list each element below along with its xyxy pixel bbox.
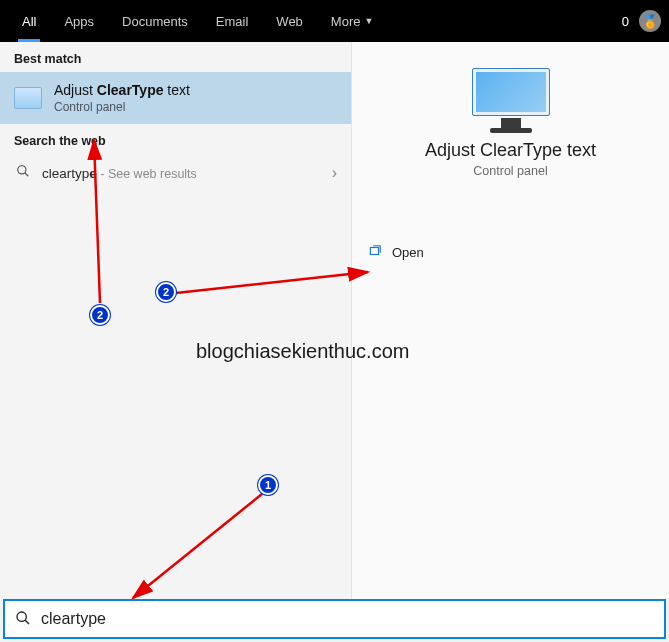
- annotation-badge-1: 1: [258, 475, 278, 495]
- tab-documents[interactable]: Documents: [108, 0, 202, 42]
- best-match-item[interactable]: Adjust ClearType text Control panel: [0, 72, 351, 124]
- best-match-title: Adjust ClearType text: [54, 82, 190, 98]
- open-label: Open: [392, 245, 424, 260]
- monitor-large-icon: [472, 68, 550, 126]
- open-action[interactable]: Open: [352, 238, 669, 267]
- svg-point-0: [18, 166, 26, 174]
- search-tabs-bar: All Apps Documents Email Web More ▼ 0 🏅: [0, 0, 669, 42]
- tab-all[interactable]: All: [8, 0, 50, 42]
- best-match-subtitle: Control panel: [54, 100, 190, 114]
- web-result-item[interactable]: cleartype - See web results ›: [0, 154, 351, 192]
- annotation-badge-2b: 2: [90, 305, 110, 325]
- tab-more[interactable]: More ▼: [317, 0, 388, 42]
- chevron-right-icon: ›: [332, 164, 337, 182]
- search-web-header: Search the web: [0, 124, 351, 154]
- svg-line-4: [25, 620, 29, 624]
- tab-more-label: More: [331, 14, 361, 29]
- tab-web[interactable]: Web: [262, 0, 317, 42]
- monitor-icon: [14, 87, 42, 109]
- svg-rect-2: [370, 248, 378, 255]
- tab-email[interactable]: Email: [202, 0, 263, 42]
- results-panel: Best match Adjust ClearType text Control…: [0, 42, 352, 600]
- rewards-medal-icon[interactable]: 🏅: [639, 10, 661, 32]
- preview-subtitle: Control panel: [473, 164, 547, 178]
- web-result-label: cleartype - See web results: [42, 166, 197, 181]
- preview-panel: Adjust ClearType text Control panel Open: [352, 42, 669, 600]
- tab-apps[interactable]: Apps: [50, 0, 108, 42]
- svg-point-3: [17, 612, 26, 621]
- best-match-header: Best match: [0, 42, 351, 72]
- chevron-down-icon: ▼: [364, 16, 373, 26]
- preview-title: Adjust ClearType text: [425, 140, 596, 161]
- annotation-badge-2a: 2: [156, 282, 176, 302]
- search-box[interactable]: [3, 599, 666, 639]
- search-input[interactable]: [41, 610, 654, 628]
- search-icon: [15, 610, 31, 629]
- open-icon: [368, 244, 382, 261]
- rewards-count: 0: [622, 14, 629, 29]
- svg-line-1: [25, 173, 29, 177]
- search-icon: [14, 164, 32, 182]
